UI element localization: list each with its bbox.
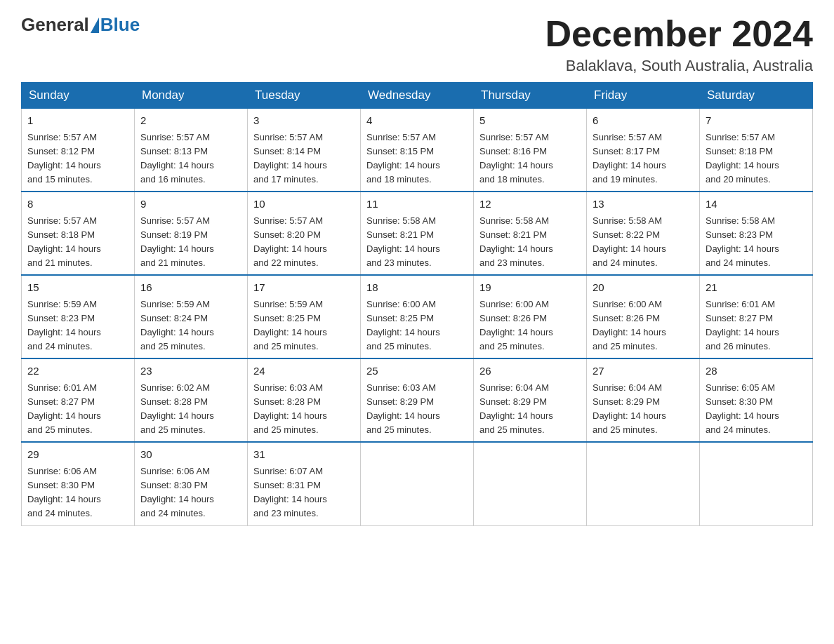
day-info: Sunrise: 6:05 AMSunset: 8:30 PMDaylight:… — [706, 381, 807, 438]
weekday-header-thursday: Thursday — [474, 83, 587, 109]
calendar-cell: 28Sunrise: 6:05 AMSunset: 8:30 PMDayligh… — [700, 358, 813, 442]
day-info: Sunrise: 6:06 AMSunset: 8:30 PMDaylight:… — [140, 464, 241, 521]
day-number: 17 — [253, 280, 355, 296]
day-info: Sunrise: 6:02 AMSunset: 8:28 PMDaylight:… — [140, 381, 241, 438]
calendar-cell: 22Sunrise: 6:01 AMSunset: 8:27 PMDayligh… — [22, 358, 135, 442]
calendar-cell — [700, 442, 813, 525]
day-number: 8 — [27, 196, 128, 213]
day-number: 25 — [366, 363, 468, 380]
day-info: Sunrise: 6:00 AMSunset: 8:26 PMDaylight:… — [593, 297, 694, 354]
week-row-3: 15Sunrise: 5:59 AMSunset: 8:23 PMDayligh… — [22, 275, 813, 358]
week-row-5: 29Sunrise: 6:06 AMSunset: 8:30 PMDayligh… — [22, 442, 813, 525]
day-info: Sunrise: 5:58 AMSunset: 8:21 PMDaylight:… — [479, 214, 581, 271]
day-number: 19 — [479, 280, 581, 296]
day-number: 24 — [253, 363, 355, 380]
calendar-cell: 8Sunrise: 5:57 AMSunset: 8:18 PMDaylight… — [22, 192, 135, 275]
weekday-header-friday: Friday — [587, 83, 700, 109]
day-number: 30 — [140, 447, 241, 463]
day-info: Sunrise: 6:03 AMSunset: 8:28 PMDaylight:… — [253, 381, 355, 438]
day-number: 6 — [593, 113, 694, 129]
calendar-cell: 18Sunrise: 6:00 AMSunset: 8:25 PMDayligh… — [361, 275, 474, 358]
day-info: Sunrise: 5:57 AMSunset: 8:19 PMDaylight:… — [140, 214, 241, 271]
day-info: Sunrise: 5:59 AMSunset: 8:23 PMDaylight:… — [27, 297, 128, 354]
calendar-cell: 11Sunrise: 5:58 AMSunset: 8:21 PMDayligh… — [361, 192, 474, 275]
day-info: Sunrise: 5:59 AMSunset: 8:24 PMDaylight:… — [140, 297, 241, 354]
day-number: 15 — [27, 280, 128, 296]
day-info: Sunrise: 5:57 AMSunset: 8:12 PMDaylight:… — [27, 130, 128, 187]
calendar-cell: 21Sunrise: 6:01 AMSunset: 8:27 PMDayligh… — [700, 275, 813, 358]
day-info: Sunrise: 5:57 AMSunset: 8:17 PMDaylight:… — [593, 130, 694, 187]
calendar-cell: 15Sunrise: 5:59 AMSunset: 8:23 PMDayligh… — [22, 275, 135, 358]
calendar-cell: 27Sunrise: 6:04 AMSunset: 8:29 PMDayligh… — [587, 358, 700, 442]
calendar-table: SundayMondayTuesdayWednesdayThursdayFrid… — [21, 82, 813, 525]
day-number: 10 — [253, 196, 355, 213]
weekday-header-sunday: Sunday — [22, 83, 135, 109]
day-info: Sunrise: 6:03 AMSunset: 8:29 PMDaylight:… — [366, 381, 468, 438]
day-number: 9 — [140, 196, 241, 213]
calendar-cell: 1Sunrise: 5:57 AMSunset: 8:12 PMDaylight… — [22, 109, 135, 192]
day-info: Sunrise: 5:58 AMSunset: 8:21 PMDaylight:… — [366, 214, 468, 271]
day-info: Sunrise: 6:04 AMSunset: 8:29 PMDaylight:… — [479, 381, 581, 438]
calendar-cell: 25Sunrise: 6:03 AMSunset: 8:29 PMDayligh… — [361, 358, 474, 442]
calendar-cell — [587, 442, 700, 525]
calendar-cell: 3Sunrise: 5:57 AMSunset: 8:14 PMDaylight… — [248, 109, 361, 192]
day-info: Sunrise: 6:00 AMSunset: 8:26 PMDaylight:… — [479, 297, 581, 354]
day-number: 22 — [27, 363, 128, 380]
day-number: 26 — [479, 363, 581, 380]
day-number: 18 — [366, 280, 468, 296]
day-number: 13 — [593, 196, 694, 213]
calendar-cell: 16Sunrise: 5:59 AMSunset: 8:24 PMDayligh… — [135, 275, 248, 358]
calendar-cell: 10Sunrise: 5:57 AMSunset: 8:20 PMDayligh… — [248, 192, 361, 275]
day-number: 20 — [593, 280, 694, 296]
calendar-cell: 17Sunrise: 5:59 AMSunset: 8:25 PMDayligh… — [248, 275, 361, 358]
weekday-header-saturday: Saturday — [700, 83, 813, 109]
day-number: 2 — [140, 113, 241, 129]
calendar-cell: 5Sunrise: 5:57 AMSunset: 8:16 PMDaylight… — [474, 109, 587, 192]
calendar-cell: 6Sunrise: 5:57 AMSunset: 8:17 PMDaylight… — [587, 109, 700, 192]
day-info: Sunrise: 5:58 AMSunset: 8:22 PMDaylight:… — [593, 214, 694, 271]
title-area: December 2024 Balaklava, South Australia… — [545, 14, 813, 75]
day-info: Sunrise: 6:07 AMSunset: 8:31 PMDaylight:… — [253, 464, 355, 521]
day-number: 27 — [593, 363, 694, 380]
page-header: General Blue December 2024 Balaklava, So… — [21, 14, 813, 75]
day-number: 1 — [27, 113, 128, 129]
calendar-cell — [474, 442, 587, 525]
calendar-cell: 30Sunrise: 6:06 AMSunset: 8:30 PMDayligh… — [135, 442, 248, 525]
week-row-1: 1Sunrise: 5:57 AMSunset: 8:12 PMDaylight… — [22, 109, 813, 192]
day-number: 5 — [479, 113, 581, 129]
day-info: Sunrise: 6:01 AMSunset: 8:27 PMDaylight:… — [706, 297, 807, 354]
day-info: Sunrise: 5:57 AMSunset: 8:14 PMDaylight:… — [253, 130, 355, 187]
month-title: December 2024 — [545, 14, 813, 54]
day-info: Sunrise: 5:57 AMSunset: 8:18 PMDaylight:… — [27, 214, 128, 271]
calendar-cell: 13Sunrise: 5:58 AMSunset: 8:22 PMDayligh… — [587, 192, 700, 275]
weekday-header-monday: Monday — [135, 83, 248, 109]
logo-triangle-icon — [91, 18, 99, 33]
day-number: 16 — [140, 280, 241, 296]
calendar-cell: 23Sunrise: 6:02 AMSunset: 8:28 PMDayligh… — [135, 358, 248, 442]
day-info: Sunrise: 5:57 AMSunset: 8:20 PMDaylight:… — [253, 214, 355, 271]
day-number: 23 — [140, 363, 241, 380]
day-info: Sunrise: 5:57 AMSunset: 8:15 PMDaylight:… — [366, 130, 468, 187]
day-number: 7 — [706, 113, 807, 129]
day-info: Sunrise: 6:04 AMSunset: 8:29 PMDaylight:… — [593, 381, 694, 438]
calendar-cell: 9Sunrise: 5:57 AMSunset: 8:19 PMDaylight… — [135, 192, 248, 275]
calendar-cell: 31Sunrise: 6:07 AMSunset: 8:31 PMDayligh… — [248, 442, 361, 525]
day-number: 12 — [479, 196, 581, 213]
location-title: Balaklava, South Australia, Australia — [545, 57, 813, 75]
day-number: 14 — [706, 196, 807, 213]
day-number: 3 — [253, 113, 355, 129]
day-info: Sunrise: 5:57 AMSunset: 8:18 PMDaylight:… — [706, 130, 807, 187]
weekday-header-wednesday: Wednesday — [361, 83, 474, 109]
calendar-cell: 7Sunrise: 5:57 AMSunset: 8:18 PMDaylight… — [700, 109, 813, 192]
week-row-2: 8Sunrise: 5:57 AMSunset: 8:18 PMDaylight… — [22, 192, 813, 275]
calendar-cell: 14Sunrise: 5:58 AMSunset: 8:23 PMDayligh… — [700, 192, 813, 275]
day-number: 29 — [27, 447, 128, 463]
day-info: Sunrise: 6:00 AMSunset: 8:25 PMDaylight:… — [366, 297, 468, 354]
calendar-cell — [361, 442, 474, 525]
day-info: Sunrise: 5:58 AMSunset: 8:23 PMDaylight:… — [706, 214, 807, 271]
day-number: 28 — [706, 363, 807, 380]
calendar-cell: 20Sunrise: 6:00 AMSunset: 8:26 PMDayligh… — [587, 275, 700, 358]
day-info: Sunrise: 5:57 AMSunset: 8:16 PMDaylight:… — [479, 130, 581, 187]
day-info: Sunrise: 5:59 AMSunset: 8:25 PMDaylight:… — [253, 297, 355, 354]
logo-general: General — [21, 14, 89, 36]
